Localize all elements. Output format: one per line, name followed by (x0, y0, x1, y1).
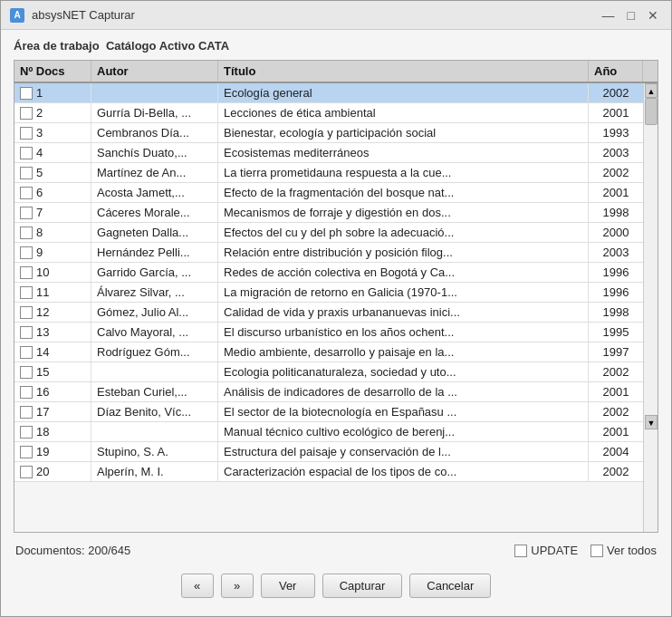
cell-num: 2 (14, 103, 91, 122)
row-checkbox[interactable] (20, 366, 33, 379)
cell-year: 2001 (589, 422, 643, 441)
col-header-num: Nº Docs (14, 61, 91, 82)
row-checkbox[interactable] (20, 187, 33, 199)
cell-year: 2002 (589, 402, 643, 421)
table-row[interactable]: 16Esteban Curiel,...Análisis de indicado… (14, 382, 643, 402)
table-row[interactable]: 8Gagneten Dalla...Efectos del cu y del p… (14, 223, 643, 243)
row-checkbox[interactable] (20, 386, 33, 399)
row-checkbox[interactable] (20, 286, 33, 299)
table-row[interactable]: 15Ecologia politicanaturaleza, sociedad … (14, 362, 643, 382)
table-row[interactable]: 11Álvarez Silvar, ...La migración de ret… (14, 283, 643, 303)
update-checkbox[interactable] (514, 545, 527, 557)
row-number: 10 (36, 265, 49, 279)
row-checkbox[interactable] (20, 127, 33, 140)
table-row[interactable]: 7Cáceres Morale...Mecanismos de forraje … (14, 203, 643, 223)
minimize-button[interactable]: — (599, 9, 619, 22)
ver-todos-checkbox[interactable] (590, 545, 603, 557)
table-row[interactable]: 5Martínez de An...La tierra prometidauna… (14, 163, 643, 183)
table-row[interactable]: 19Stupino, S. A.Estructura del paisaje y… (14, 442, 643, 462)
row-checkbox[interactable] (20, 346, 33, 359)
scrollbar-header-spacer (643, 61, 658, 82)
cell-num: 7 (14, 203, 91, 222)
cell-num: 18 (14, 422, 91, 441)
row-number: 6 (36, 186, 43, 199)
catalog-name: Catálogo Activo CATA (106, 39, 229, 53)
cell-year: 2002 (589, 83, 643, 102)
table-row[interactable]: 3Cembranos Día...Bienestar, ecología y p… (14, 123, 643, 143)
row-number: 7 (36, 206, 43, 219)
table-body[interactable]: 1Ecología general20022Gurría Di-Bella, .… (14, 83, 643, 532)
maximize-button[interactable]: □ (624, 9, 638, 22)
ver-todos-checkbox-label[interactable]: Ver todos (590, 544, 657, 557)
cell-titulo: Calidad de vida y praxis urbananuevas in… (218, 303, 589, 322)
cell-num: 9 (14, 243, 91, 262)
cell-autor: Gurría Di-Bella, ... (91, 103, 218, 122)
table-row[interactable]: 13Calvo Mayoral, ...El discurso urbaníst… (14, 323, 643, 342)
button-bar: « » Ver Capturar Cancelar (14, 568, 658, 607)
cell-num: 14 (14, 342, 91, 362)
row-checkbox[interactable] (20, 266, 33, 279)
table-row[interactable]: 9Hernández Pelli...Relación entre distri… (14, 243, 643, 263)
cell-autor: Hernández Pelli... (91, 243, 218, 262)
titlebar: A absysNET Capturar — □ ✕ (1, 1, 671, 30)
prev-button[interactable]: « (181, 574, 214, 598)
table-row[interactable]: 1Ecología general2002 (14, 83, 643, 103)
cell-autor: Acosta Jamett,... (91, 183, 218, 202)
table-row[interactable]: 20Alperín, M. I.Caracterización espacial… (14, 462, 643, 482)
update-checkbox-label[interactable]: UPDATE (514, 544, 578, 557)
table-row[interactable]: 18Manual técnico cultivo ecológico de be… (14, 422, 643, 442)
row-checkbox[interactable] (20, 406, 33, 419)
ver-button[interactable]: Ver (261, 574, 315, 598)
row-checkbox[interactable] (20, 326, 33, 339)
table-body-wrapper: 1Ecología general20022Gurría Di-Bella, .… (14, 83, 658, 532)
row-number: 11 (36, 285, 49, 299)
row-number: 14 (36, 345, 49, 359)
row-number: 4 (36, 146, 43, 159)
cell-num: 6 (14, 183, 91, 202)
window-title: absysNET Capturar (32, 8, 135, 22)
cell-year: 2000 (589, 223, 643, 242)
table-row[interactable]: 4Sanchís Duato,...Ecosistemas mediterrán… (14, 143, 643, 163)
cell-year: 1996 (589, 263, 643, 282)
row-checkbox[interactable] (20, 87, 33, 100)
cell-num: 11 (14, 283, 91, 302)
row-checkbox[interactable] (20, 306, 33, 319)
table-row[interactable]: 6Acosta Jamett,...Efecto de la fragmenta… (14, 183, 643, 203)
cancelar-button[interactable]: Cancelar (409, 574, 491, 598)
cell-titulo: Manual técnico cultivo ecológico de bere… (218, 422, 589, 441)
row-checkbox[interactable] (20, 107, 33, 120)
row-checkbox[interactable] (20, 466, 33, 478)
row-checkbox[interactable] (20, 426, 33, 439)
row-checkbox[interactable] (20, 446, 33, 458)
documents-table: Nº Docs Autor Título Año 1Ecología gener… (14, 60, 658, 533)
table-header: Nº Docs Autor Título Año (14, 61, 658, 83)
row-checkbox[interactable] (20, 167, 33, 179)
table-row[interactable]: 2Gurría Di-Bella, ...Lecciones de ética … (14, 103, 643, 123)
table-row[interactable]: 17Díaz Benito, Víc...El sector de la bio… (14, 402, 643, 422)
row-checkbox[interactable] (20, 207, 33, 219)
row-number: 17 (36, 405, 49, 419)
cell-titulo: Ecologia politicanaturaleza, sociedad y … (218, 362, 589, 381)
cell-num: 3 (14, 123, 91, 142)
cell-autor (91, 362, 218, 381)
next-button[interactable]: » (221, 574, 254, 598)
cell-year: 2001 (589, 183, 643, 202)
table-row[interactable]: 14Rodríguez Góm...Medio ambiente, desarr… (14, 342, 643, 362)
scrollbar[interactable]: ▲ ▼ (643, 83, 658, 532)
cell-autor (91, 83, 218, 102)
row-checkbox[interactable] (20, 246, 33, 259)
cell-year: 2004 (589, 442, 643, 461)
row-checkbox[interactable] (20, 227, 33, 239)
row-number: 20 (36, 465, 49, 478)
close-button[interactable]: ✕ (644, 9, 662, 22)
cell-autor: Cáceres Morale... (91, 203, 218, 222)
cell-autor: Cembranos Día... (91, 123, 218, 142)
capturar-button[interactable]: Capturar (322, 574, 403, 598)
cell-titulo: Lecciones de ética ambiental (218, 103, 589, 122)
table-row[interactable]: 10Garrido García, ...Redes de acción col… (14, 263, 643, 283)
table-row[interactable]: 12Gómez, Julio Al...Calidad de vida y pr… (14, 303, 643, 323)
row-checkbox[interactable] (20, 147, 33, 159)
cell-titulo: Efecto de la fragmentación del bosque na… (218, 183, 589, 202)
cell-year: 2001 (589, 382, 643, 401)
row-number: 1 (36, 86, 43, 100)
